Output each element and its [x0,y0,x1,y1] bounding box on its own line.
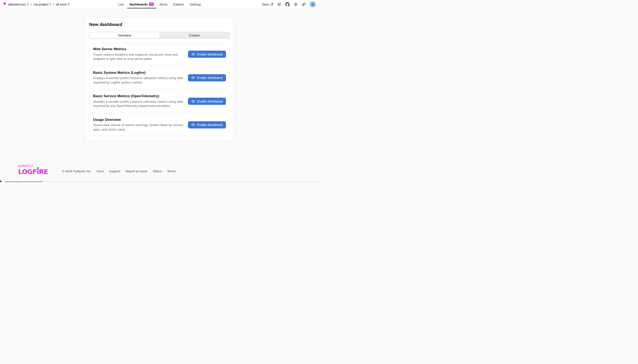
window-corner [0,177,5,182]
tab-standard[interactable]: Standard [90,32,160,38]
template-description: Shows total volume of metrics and logs, … [93,123,191,132]
slack-link[interactable] [278,2,281,6]
nav-dashboards[interactable]: Dashboards V2 [129,0,154,8]
nav-explore[interactable]: Explore [173,0,184,8]
footer-link-docs[interactable]: Docs [97,169,104,173]
logfire-wordmark-part: LOGF [18,168,37,175]
enable-dashboard-label: Enable dashboard [197,52,223,56]
sun-icon [294,2,298,6]
docs-label: Docs [262,2,269,6]
window-bottom-edge-dark [5,182,43,182]
footer-link-status[interactable]: Status [153,169,162,173]
logfire-diamond-icon [3,2,6,5]
external-link-icon [270,3,273,6]
enable-dashboard-button[interactable]: Enable dashboard [188,121,226,128]
template-description: Displays essential system resource utili… [93,100,191,108]
logfire-wordmark-part: RE [39,168,48,175]
new-dashboard-card: New dashboard Standard Custom Web Server… [85,17,234,141]
org-switcher[interactable]: ddanielcruzz [8,2,29,6]
top-header: ddanielcruzz / my-project / all envs Liv… [0,0,319,9]
unfold-more-icon [68,3,70,6]
environment-name: all envs [56,2,67,6]
breadcrumb-separator: / [53,2,54,6]
eye-icon [191,100,195,103]
page-title: New dashboard [89,22,230,27]
logfire-footer-logo[interactable]: pydantic LOGFIRE [18,164,48,175]
unfold-more-icon [49,3,51,6]
pydantic-wordmark: pydantic [18,164,48,168]
slack-icon [278,2,281,6]
footer-link-support[interactable]: Support [109,169,120,173]
enable-dashboard-label: Enable dashboard [197,123,223,126]
eye-icon [191,76,195,80]
footer-left-rule [18,164,18,182]
eye-icon [191,123,195,126]
header-actions: Docs D [262,1,316,8]
enable-dashboard-button[interactable]: Enable dashboard [188,74,226,82]
breadcrumb-separator: / [31,2,32,6]
nav-dashboards-label: Dashboards [129,2,148,6]
template-description: Tracks request durations and response co… [93,52,191,61]
logfire-wordmark-i: I [37,168,39,175]
environment-switcher[interactable]: all envs [56,2,70,6]
nav-settings[interactable]: Settings [190,0,201,8]
enable-dashboard-button[interactable]: Enable dashboard [188,50,226,58]
link-icon [302,2,306,6]
github-link[interactable] [285,2,289,6]
nav-live[interactable]: Live [118,0,124,8]
project-name: my-project [34,2,48,6]
org-name: ddanielcruzz [8,2,26,6]
breadcrumb: ddanielcruzz / my-project / all envs [3,0,70,9]
template-card-basic-system-metrics: Basic System Metrics (Logfire) Displays … [89,67,230,89]
template-card-web-server-metrics: Web Server Metrics Tracks request durati… [89,43,230,66]
dashboard-type-tabs: Standard Custom [89,32,230,39]
v2-badge: V2 [149,2,154,6]
copyright-text: © 2024 Pydantic Inc. [62,169,91,173]
enable-dashboard-label: Enable dashboard [197,100,223,103]
footer-links: © 2024 Pydantic Inc. Docs Support Report… [62,169,176,173]
unfold-more-icon [27,3,29,6]
template-card-basic-service-metrics: Basic Service Metrics (OpenTelemetry) Di… [89,90,230,112]
main-content: New dashboard Standard Custom Web Server… [0,17,319,141]
github-icon [285,2,289,6]
primary-nav: Live Dashboards V2 Alerts Explore Settin… [118,0,201,8]
window-bottom-edge [5,181,319,182]
eye-icon [191,52,195,56]
template-card-usage-overview: Usage Overview Shows total volume of met… [89,114,230,136]
template-description: Displays essential system resource utili… [93,76,191,84]
nav-alerts[interactable]: Alerts [160,0,168,8]
footer-link-report-issue[interactable]: Report an issue [125,169,148,173]
tab-custom[interactable]: Custom [160,32,229,38]
logfire-home-logo[interactable] [3,0,6,9]
docs-link[interactable]: Docs [262,2,273,6]
user-avatar[interactable]: D [310,1,316,8]
project-switcher[interactable]: my-project [34,2,51,6]
footer-link-terms[interactable]: Terms [167,169,176,173]
enable-dashboard-label: Enable dashboard [197,76,223,80]
theme-toggle[interactable] [294,2,298,6]
logfire-wordmark: LOGFIRE [18,168,48,175]
copy-link-button[interactable] [302,2,306,6]
enable-dashboard-button[interactable]: Enable dashboard [188,98,226,105]
